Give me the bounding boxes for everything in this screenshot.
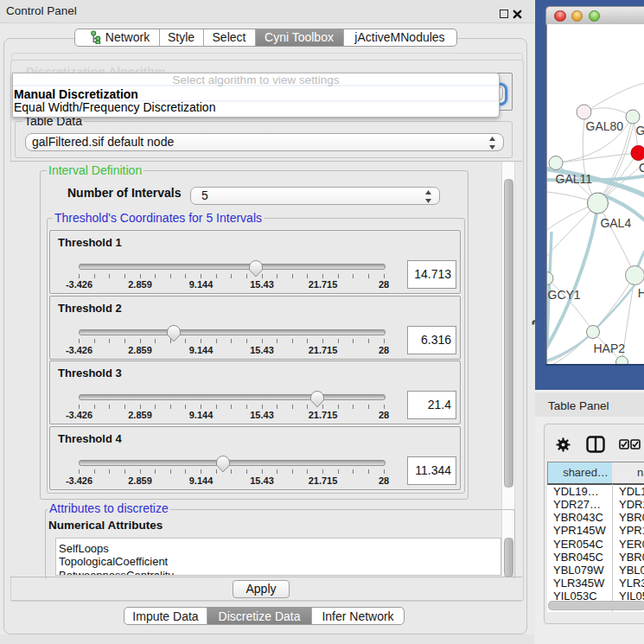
svg-text:HI: HI [638, 286, 644, 300]
svg-text:C: C [639, 161, 644, 175]
svg-text:GA: GA [636, 124, 644, 137]
svg-text:GAL4: GAL4 [600, 216, 631, 230]
svg-text:GAL11: GAL11 [556, 172, 593, 186]
svg-text:GCY1: GCY1 [548, 288, 581, 302]
svg-text:GAL80: GAL80 [586, 119, 624, 133]
svg-text:HAP2: HAP2 [594, 341, 626, 355]
